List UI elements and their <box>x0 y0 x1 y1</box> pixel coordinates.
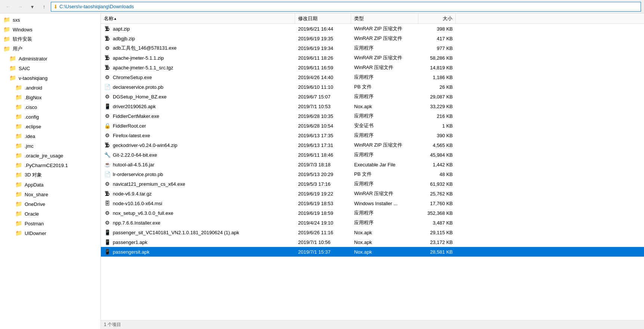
table-row[interactable]: 🗜adbgjb.zip2019/6/19 19:35WinRAR ZIP 压缩文… <box>101 34 644 43</box>
table-row[interactable]: 🗜node-v6.9.4.tar.gz2019/6/19 19:22WinRAR… <box>101 189 644 198</box>
col-header-type[interactable]: 类型 <box>351 13 418 24</box>
file-type-10: 安全证书 <box>351 121 418 131</box>
file-icon-10: 🔒 <box>104 122 111 129</box>
sidebar-item-label-nox-share: Nox_share <box>25 192 48 197</box>
file-name-6: 📄declareservice.proto.pb <box>101 82 295 92</box>
file-date-16: 2019/5/3 17:16 <box>295 179 351 189</box>
sidebar-item-android[interactable]: 📁.android <box>0 83 100 93</box>
sidebar-item-label-administrator: Administrator <box>19 56 47 62</box>
file-type-12: WinRAR ZIP 压缩文件 <box>351 140 418 150</box>
file-icon-13: 🔧 <box>104 151 111 158</box>
sidebar-item-bignox[interactable]: 📁.BigNox <box>0 93 100 102</box>
file-size-9: 216 KB <box>418 111 456 121</box>
pycharmce-icon: 📁 <box>15 162 22 169</box>
table-row[interactable]: 🔒FiddlerRoot.cer2019/6/28 10:54安全证书1 KB <box>101 121 644 131</box>
file-name-23: 📱passengersit.apk <box>101 247 295 257</box>
config-icon: 📁 <box>15 113 22 120</box>
file-type-0: WinRAR ZIP 压缩文件 <box>351 24 418 34</box>
sidebar-item-postman[interactable]: 📁Postman <box>0 219 100 228</box>
table-row[interactable]: 📱passenger_sit_VC140181_VN2.1.0.181_2019… <box>101 228 644 237</box>
file-icon-15: 📄 <box>104 171 111 178</box>
sidebar-item-administrator[interactable]: 📁Administrator <box>0 54 100 63</box>
up-button[interactable]: ↑ <box>39 1 49 12</box>
sidebar-item-pycharmce[interactable]: 📁.PyCharmCE2019.1 <box>0 160 100 170</box>
sidebar-item-appdata[interactable]: 📁AppData <box>0 180 100 189</box>
table-row[interactable]: 📱passenger1.apk2019/7/1 10:56Nox.apk23,1… <box>101 237 644 247</box>
file-name-21: 📱passenger_sit_VC140181_VN2.1.0.181_2019… <box>101 228 295 237</box>
file-size-8: 33,229 KB <box>418 101 456 111</box>
file-date-14: 2019/7/3 18:18 <box>295 160 351 169</box>
file-type-17: WinRAR 压缩文件 <box>351 189 418 198</box>
sidebar-item-users[interactable]: 📁用户 <box>0 44 100 54</box>
table-row[interactable]: 🗜apache-jmeter-5.1.1_src.tgz2019/6/11 16… <box>101 63 644 72</box>
oracle-icon: 📁 <box>15 210 22 217</box>
sidebar-item-idea[interactable]: 📁.idea <box>0 131 100 141</box>
table-row[interactable]: ⚙adb工具包_146@578131.exe2019/6/19 19:34应用程… <box>101 43 644 53</box>
file-date-8: 2019/7/1 10:53 <box>295 101 351 111</box>
file-name-text-18: node-v10.16.0-x64.msi <box>113 201 162 206</box>
table-row[interactable]: ⚙ChromeSetup.exe2019/4/26 14:40应用程序1,186… <box>101 72 644 82</box>
file-name-text-23: passengersit.apk <box>113 249 149 255</box>
file-name-text-1: adbgjb.zip <box>113 36 135 41</box>
administrator-icon: 📁 <box>9 55 16 62</box>
table-row[interactable]: ⚙FiddlerCertMaker.exe2019/6/28 10:35应用程序… <box>101 111 644 121</box>
back-button[interactable]: ← <box>3 1 13 12</box>
file-name-3: 🗜apache-jmeter-5.1.1.zip <box>101 53 295 63</box>
address-folder-icon: ⬇ <box>53 4 58 10</box>
sidebar-item-v-taoshiqiang[interactable]: 📁v-taoshiqiang <box>0 73 100 83</box>
table-row[interactable]: 📱passengersit.apk2019/7/1 15:37Nox.apk28… <box>101 247 644 257</box>
col-header-name[interactable]: 名称 <box>101 13 295 24</box>
windows-icon: 📁 <box>3 26 10 33</box>
table-row[interactable]: 🗜aapt.zip2019/6/21 16:44WinRAR ZIP 压缩文件3… <box>101 24 644 34</box>
sidebar-item-label-v-taoshiqiang: v-taoshiqiang <box>19 75 47 81</box>
sidebar-item-label-android: .android <box>25 85 42 91</box>
file-name-text-20: npp.7.6.6.Installer.exe <box>113 220 160 226</box>
table-row[interactable]: 📱driver20190626.apk2019/7/1 10:53Nox.apk… <box>101 101 644 111</box>
forward-button[interactable]: → <box>15 1 25 12</box>
file-type-6: PB 文件 <box>351 82 418 92</box>
sidebar: 📁sxs📁Windows📁软件安装📁用户📁Administrator📁SAIC📁… <box>0 13 101 329</box>
sidebar-item-uidowner[interactable]: 📁UIDowner <box>0 228 100 238</box>
table-row[interactable]: ⚙DGSetup_Home_BZ.exe2019/6/7 15:07应用程序29… <box>101 92 644 101</box>
sidebar-item-eclipse[interactable]: 📁.eclipse <box>0 122 100 131</box>
table-row[interactable]: ☕hutool-all-4.5.16.jar2019/7/3 18:18Exec… <box>101 160 644 169</box>
file-size-6: 26 KB <box>418 82 456 92</box>
sidebar-item-windows[interactable]: 📁Windows <box>0 25 100 34</box>
table-row[interactable]: 🗄node-v10.16.0-x64.msi2019/6/19 18:53Win… <box>101 198 644 208</box>
sidebar-item-label-eclipse: .eclipse <box>25 124 41 129</box>
cisco-icon: 📁 <box>15 103 22 111</box>
file-list-scroll[interactable]: 🗜aapt.zip2019/6/21 16:44WinRAR ZIP 压缩文件3… <box>101 24 644 320</box>
table-row[interactable]: 🗜apache-jmeter-5.1.1.zip2019/6/11 18:26W… <box>101 53 644 63</box>
sidebar-item-oracle[interactable]: 📁Oracle <box>0 209 100 219</box>
sidebar-item-3d-objects[interactable]: 📁3D 对象 <box>0 170 100 180</box>
sidebar-item-jmc[interactable]: 📁.jmc <box>0 141 100 151</box>
file-icon-12: 🗜 <box>104 142 111 148</box>
sidebar-item-label-uidowner: UIDowner <box>25 231 46 236</box>
col-header-size[interactable]: 大小 <box>418 13 456 24</box>
sidebar-item-sxs[interactable]: 📁sxs <box>0 15 100 25</box>
sidebar-item-cisco[interactable]: 📁.cisco <box>0 102 100 112</box>
address-input[interactable] <box>59 4 638 9</box>
table-row[interactable]: ⚙nox_setup_v6.3.0.0_full.exe2019/6/19 18… <box>101 208 644 218</box>
dropdown-button[interactable]: ▾ <box>27 1 37 12</box>
sidebar-item-oracle_jre_usage[interactable]: 📁.oracle_jre_usage <box>0 151 100 160</box>
col-header-date[interactable]: 修改日期 <box>295 13 351 24</box>
table-row[interactable]: ⚙navicat121_premium_cs_x64.exe2019/5/3 1… <box>101 179 644 189</box>
table-row[interactable]: 📄lr-orderservice.proto.pb2019/5/13 20:29… <box>101 169 644 179</box>
sidebar-item-saic[interactable]: 📁SAIC <box>0 63 100 73</box>
address-bar[interactable]: ⬇ <box>51 2 641 12</box>
table-row[interactable]: ⚙npp.7.6.6.Installer.exe2019/4/24 19:10应… <box>101 218 644 228</box>
sidebar-item-software-install[interactable]: 📁软件安装 <box>0 34 100 44</box>
sidebar-item-nox-share[interactable]: 📁Nox_share <box>0 189 100 199</box>
file-name-text-0: aapt.zip <box>113 26 130 32</box>
file-name-4: 🗜apache-jmeter-5.1.1_src.tgz <box>101 63 295 72</box>
table-row[interactable]: 🔧Git-2.22.0-64-bit.exe2019/6/11 18:46应用程… <box>101 150 644 160</box>
table-row[interactable]: ⚙Firefox-latest.exe2019/6/13 17:35应用程序39… <box>101 131 644 140</box>
sidebar-item-onedrive[interactable]: 📁OneDrive <box>0 199 100 209</box>
table-row[interactable]: 🗜geckodriver-v0.24.0-win64.zip2019/6/13 … <box>101 140 644 150</box>
sidebar-item-config[interactable]: 📁.config <box>0 112 100 122</box>
file-icon-18: 🗄 <box>104 200 111 207</box>
file-type-8: Nox.apk <box>351 101 418 111</box>
table-row[interactable]: 📄declareservice.proto.pb2019/6/10 11:10P… <box>101 82 644 92</box>
file-name-text-14: hutool-all-4.5.16.jar <box>113 162 154 167</box>
